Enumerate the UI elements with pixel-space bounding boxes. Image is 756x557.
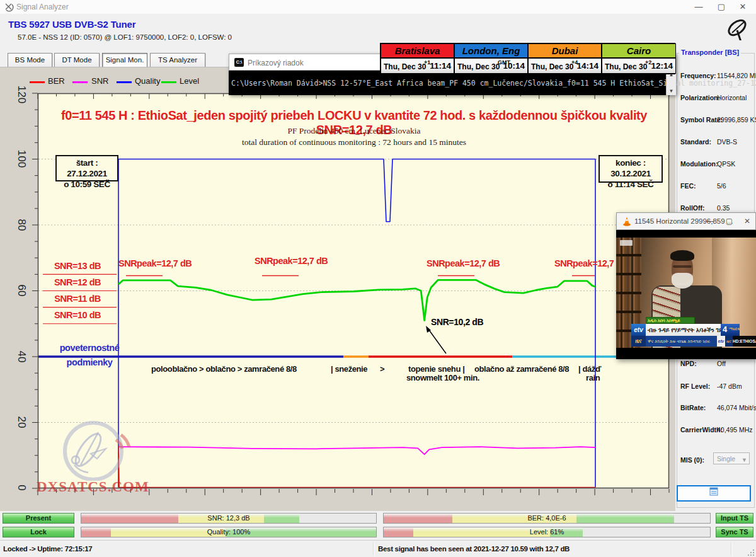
maximize-icon[interactable]: ▢	[726, 217, 733, 226]
legend-swatch-level	[161, 81, 176, 83]
news-ticker: ዋና አንደበት አፍ ብሄል አንዳንድ ነበሩ	[646, 336, 717, 347]
snr-peak-label: SNRpeak=12,7 dB	[118, 258, 192, 268]
ts-list-button[interactable]	[677, 485, 751, 502]
clock-time: 11:14	[430, 61, 451, 71]
speaker-beard	[672, 273, 693, 289]
vlc-cone-icon	[622, 216, 632, 227]
weather-note: | sneženie	[331, 364, 367, 374]
y-tick-label: 100	[15, 147, 28, 170]
video-titlebar[interactable]: 11545 Horizontal 29996,859 ... — ▢ ✕	[616, 212, 756, 230]
info-row: Polarization:Horizontal	[680, 94, 755, 101]
y-tick-label: 80	[15, 214, 28, 236]
info-row: BitRate:46,074 Mbit/s	[680, 404, 755, 411]
start-marker-box: štart : 27.12.2021 o 10:59 SEČ	[55, 155, 118, 181]
clock-date: Thu, Dec 30	[531, 62, 573, 71]
snr-dip-label: SNR=10,2 dB	[431, 317, 483, 327]
news-tag: ዜና	[631, 336, 646, 347]
weather-note: snowmelt 100+ min.	[406, 373, 479, 382]
legend-swatch-quality	[117, 81, 132, 83]
sync-ts-button[interactable]: Sync TS	[716, 527, 753, 537]
clock-city: Bratislava	[381, 43, 454, 58]
snr-guide-label: SNR=10 dB	[39, 310, 116, 320]
snr-guide-label: SNR=13 dB	[39, 261, 116, 271]
snr-meter: SNR: 12,3 dB	[81, 513, 377, 524]
minimize-icon[interactable]: —	[706, 217, 714, 226]
resize-grip[interactable]	[747, 549, 755, 556]
vlc-video-window: 11545 Horizontal 29996,859 ... — ▢ ✕ አዲስ…	[616, 212, 756, 359]
mis-dropdown[interactable]: Single ▼	[713, 452, 750, 464]
speaker-cap	[670, 250, 694, 261]
breaking-tag: አዲስ አበባ አስቸኳይ	[646, 317, 695, 324]
weather-note: oblačno až zamračené 8/8	[474, 364, 569, 374]
close-icon[interactable]: ✕	[744, 217, 750, 226]
clock-date: Thu, Dec 30	[384, 62, 426, 71]
info-row: RollOff:0.35	[680, 204, 755, 212]
snr-guide-label: SNR=12 dB	[39, 277, 116, 287]
transponder-group-label: Transponder [BS]	[679, 49, 741, 56]
quality-meter: Quality: 100%	[81, 527, 377, 537]
present-indicator-button[interactable]: Present	[3, 513, 74, 524]
status-bar: Locked -> Uptime: 72:15:17 Best signal h…	[0, 540, 756, 557]
news-tag-small: ዜና	[725, 336, 733, 347]
channel-id-tag: HD:ETHIOSAT N	[733, 336, 756, 347]
level-meter: Level: 61%	[383, 527, 711, 537]
chart-subtitle-duration: total duration of continuous monitoring …	[39, 137, 669, 147]
maximize-icon[interactable]: ▢	[712, 1, 731, 13]
tuner-details: 57.0E - NSS 12 (ID: 0570) @ LOF1: 975000…	[18, 33, 232, 41]
signal-mon-button[interactable]: Signal Mon.	[102, 53, 147, 67]
ber-meter-text: BER: 4,0E-6	[384, 514, 710, 522]
clock-city: London, Eng	[454, 43, 528, 58]
input-ts-button[interactable]: Input TS	[716, 513, 753, 524]
signal-analyzer-window: Signal Analyzer — ▢ ✕ TBS 5927 USB DVB-S…	[0, 0, 756, 557]
clock-date: Thu, Dec 30	[605, 62, 647, 71]
clock-cairo: Cairo Thu, Dec 30 +2 12:14	[602, 43, 676, 74]
badge-number: 4	[723, 324, 727, 334]
legend-label-snr: SNR	[91, 76, 108, 86]
minimize-icon[interactable]: —	[689, 1, 708, 13]
bs-mode-button[interactable]: BS Mode	[8, 53, 52, 67]
video-title: 11545 Horizontal 29996,859 ...	[634, 217, 733, 225]
quality-meter-text: Quality: 100%	[81, 528, 376, 536]
info-row: Standard:DVB-S	[680, 138, 755, 146]
ts-analyzer-button[interactable]: TS Analyzer (OK)	[150, 53, 205, 67]
console-icon: C:\	[234, 58, 244, 67]
clock-bratislava: Bratislava Thu, Dec 30 +1 11:14	[381, 43, 454, 74]
weather-note: rain	[586, 373, 600, 382]
legend-label-ber: BER	[48, 76, 65, 86]
info-row: CarrierWidth:40,495 MHz	[680, 426, 755, 434]
y-tick-label: 0	[15, 476, 28, 499]
video-frame[interactable]: አዲስ አበባ አስቸኳይ etv ብዙ ጉዳይ የሃይማኖት አባቶችን ገድ…	[616, 230, 756, 359]
legend-label-quality: Quality	[135, 76, 160, 86]
weather-note: topenie snehu |	[408, 364, 464, 374]
window-title: Signal Analyzer	[16, 3, 69, 11]
y-tick-label: 20	[15, 411, 28, 434]
speaker-glasses	[673, 265, 692, 268]
lock-indicator-button[interactable]: Lock	[3, 527, 74, 537]
weather-conditions-label: podmienky	[52, 357, 127, 367]
info-row: Modulation:QPSK	[680, 160, 755, 168]
clock-time: 14:14	[576, 61, 598, 71]
best-signal-status: Best signal has been seen at 2021-12-27 …	[378, 545, 570, 553]
scroll-down-icon[interactable]: ▼	[667, 87, 676, 95]
clock-time: 10:14	[503, 61, 525, 71]
clock-time: 12:14	[651, 61, 673, 71]
window-titlebar: Signal Analyzer — ▢ ✕	[0, 0, 756, 14]
list-icon	[709, 487, 718, 496]
headline-band: ብዙ ጉዳይ የሃይማኖት አባቶችን ገድሏል	[646, 324, 721, 336]
etv-logo: etv	[631, 324, 646, 336]
end-marker-box: koniec : 30.12.2021 o 11:14 SEČ	[598, 155, 663, 183]
y-tick-label: 40	[15, 345, 28, 368]
chart-subtitle-antenna: PF Prodelin 450 cm_Lucenec/Slovakia	[39, 126, 669, 136]
close-icon[interactable]: ✕	[733, 1, 752, 13]
badge-text: ማፅደቂ	[729, 326, 740, 331]
program-badge: 4 ማፅደቂ	[721, 324, 740, 336]
legend-swatch-snr	[72, 81, 88, 83]
snr-peak-label: SNRpeak=12,7 dB	[427, 258, 500, 268]
dt-mode-button[interactable]: DT Mode	[54, 53, 100, 67]
weather-note: | dážď	[578, 364, 601, 374]
info-row: Symbol Rate:29996,859 KS/s	[680, 116, 755, 123]
clock-london: London, Eng Thu, Dec 30 GMT 10:14	[454, 43, 528, 74]
info-row: RF Level:-47 dBm	[680, 382, 755, 390]
clock-dubai: Dubai Thu, Dec 30 +4 14:14	[528, 43, 602, 74]
snr-meter-text: SNR: 12,3 dB	[81, 514, 376, 522]
